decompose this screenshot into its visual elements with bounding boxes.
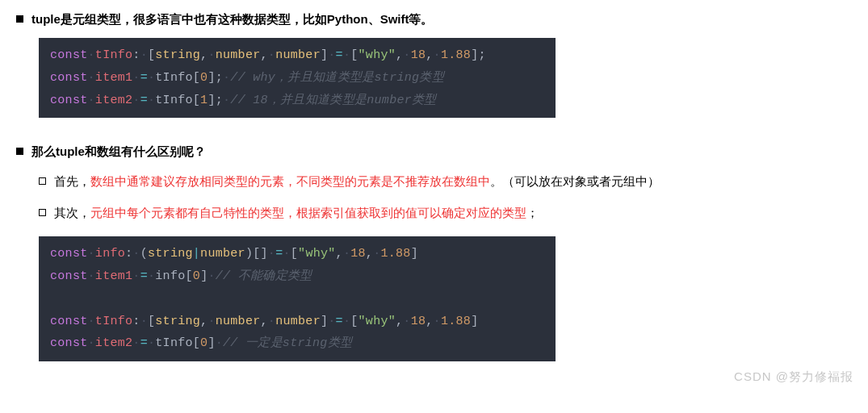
heading-row-2: 那么tuple和数组有什么区别呢？ [16,140,852,162]
list-item-text: 其次，元组中每个元素都有自己特性的类型，根据索引值获取到的值可以确定对应的类型； [54,202,539,223]
filled-square-icon [16,148,23,155]
watermark: CSDN @努力修福报 [734,365,853,387]
code-comment: // why，并且知道类型是string类型 [230,71,444,85]
outline-square-icon [39,209,46,216]
heading-row-1: tuple是元组类型，很多语言中也有这种数据类型，比如Python、Swift等… [16,8,852,30]
code-block-2: const·info:·(string|number)[]·=·["why",·… [39,236,556,361]
code-keyword: const [50,48,88,62]
list-item: 其次，元组中每个元素都有自己特性的类型，根据索引值获取到的值可以确定对应的类型； [39,202,852,223]
sub-list: 首先，数组中通常建议存放相同类型的元素，不同类型的元素是不推荐放在数组中。（可以… [39,170,852,223]
outline-square-icon [39,177,46,185]
list-item: 首先，数组中通常建议存放相同类型的元素，不同类型的元素是不推荐放在数组中。（可以… [39,170,852,192]
code-variable: tInfo [95,48,133,62]
filled-square-icon [16,15,23,23]
code-comment: // 18，并且知道类型是number类型 [230,94,436,107]
heading-1: tuple是元组类型，很多语言中也有这种数据类型，比如Python、Swift等… [31,8,434,30]
code-block-1: const·tInfo:·[string,·number,·number]·=·… [39,38,556,118]
heading-2: 那么tuple和数组有什么区别呢？ [31,140,206,162]
section-tuple-vs-array: 那么tuple和数组有什么区别呢？ 首先，数组中通常建议存放相同类型的元素，不同… [16,140,852,361]
list-item-text: 首先，数组中通常建议存放相同类型的元素，不同类型的元素是不推荐放在数组中。（可以… [54,170,660,192]
section-tuple-intro: tuple是元组类型，很多语言中也有这种数据类型，比如Python、Swift等… [16,8,852,118]
